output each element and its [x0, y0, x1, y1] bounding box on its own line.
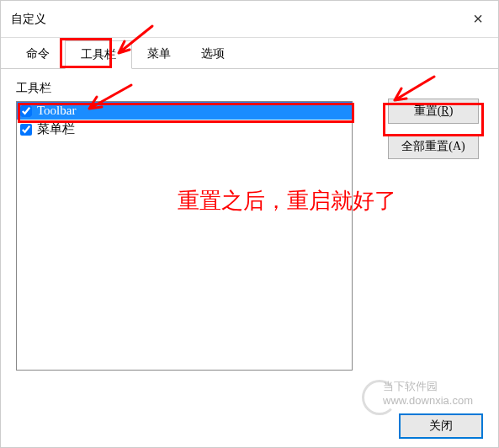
tab-menus[interactable]: 菜单	[132, 40, 186, 69]
tab-commands[interactable]: 命令	[11, 40, 65, 69]
reset-button[interactable]: 重置(R)重置(R)	[388, 99, 479, 124]
list-item[interactable]: 菜单栏	[17, 120, 352, 139]
annotation-note: 重置之后，重启就好了	[178, 186, 396, 216]
tab-options[interactable]: 选项	[186, 40, 240, 69]
toolbar-listbox[interactable]: Toolbar 菜单栏	[16, 101, 353, 371]
list-item-label: Toolbar	[37, 104, 76, 118]
window-title: 自定义	[11, 12, 46, 27]
checkbox-toolbar[interactable]	[20, 105, 32, 117]
tab-toolbars[interactable]: 工具栏	[65, 40, 132, 69]
close-icon[interactable]: ×	[468, 9, 488, 29]
list-item-label: 菜单栏	[37, 121, 75, 137]
watermark: 当下软件园 www.downxia.com	[383, 380, 473, 408]
list-item[interactable]: Toolbar	[17, 102, 352, 120]
reset-all-button[interactable]: 全部重置(A)全部重置(A)	[388, 134, 479, 159]
section-label: 工具栏	[16, 81, 483, 96]
close-button[interactable]: 关闭	[399, 413, 483, 439]
checkbox-menubar[interactable]	[20, 124, 32, 136]
tab-bar: 命令 工具栏 菜单 选项	[1, 40, 498, 69]
